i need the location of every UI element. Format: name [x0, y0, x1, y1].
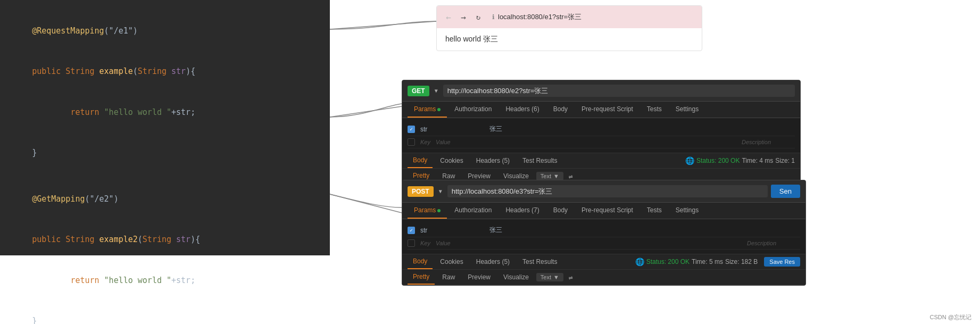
postman-get-body-tabs: Body Cookies Headers (5) Test Results 🌐 …: [402, 153, 800, 169]
code-panel: @RequestMapping("/e1") public String exa…: [0, 0, 330, 255]
postman-post-response-tabs: Pretty Raw Preview Visualize Text ▼ ⇌: [402, 270, 805, 285]
postman-get-url-bar: GET ▼: [402, 80, 800, 102]
svg-line-1: [330, 106, 402, 117]
post-status-text: Status: 200 OK: [646, 258, 690, 265]
back-button[interactable]: ←: [443, 12, 454, 22]
post-tab-headers[interactable]: Headers (7): [499, 203, 545, 219]
get-param-row-empty: Key Value Description: [408, 136, 795, 148]
svg-line-2: [330, 194, 402, 213]
code-line-2: public String example(String str){: [13, 52, 317, 93]
get-size-text: Size: 1: [775, 157, 795, 164]
get-tab-prerequest[interactable]: Pre-request Script: [575, 102, 640, 118]
get-body-tab-cookies[interactable]: Cookies: [435, 154, 468, 168]
code-line-4: }: [13, 133, 317, 174]
post-format-icon2: ⇌: [569, 273, 573, 281]
get-status-text: Status: 200 OK: [696, 157, 740, 164]
post-param-key: str: [420, 227, 484, 234]
get-body-tab-body[interactable]: Body: [408, 153, 433, 168]
get-param-value-placeholder: Value: [436, 139, 736, 145]
get-tab-settings[interactable]: Settings: [669, 102, 705, 118]
code-line-1: @RequestMapping("/e1"): [13, 11, 317, 52]
post-resp-tab-raw[interactable]: Raw: [437, 270, 460, 284]
get-param-key-placeholder: Key: [420, 139, 430, 145]
post-body-tab-cookies[interactable]: Cookies: [435, 255, 468, 269]
post-size-text: Size: 182 B: [725, 258, 758, 265]
post-tab-authorization[interactable]: Authorization: [448, 203, 498, 219]
browser-panel: ← → ↻ ℹ localhost:8080/e1?str=张三 hello w…: [436, 5, 702, 51]
globe-icon: 🌐: [685, 156, 694, 165]
browser-response-text: hello world 张三: [445, 35, 498, 43]
post-resp-tab-pretty[interactable]: Pretty: [408, 270, 435, 285]
forward-button[interactable]: →: [458, 12, 469, 22]
svg-line-0: [330, 21, 436, 29]
post-param-checkbox[interactable]: ✓: [408, 227, 415, 234]
get-tab-authorization[interactable]: Authorization: [448, 102, 498, 118]
post-method-dropdown[interactable]: ▼: [437, 188, 444, 194]
get-param-row-1: ✓ str 张三: [408, 122, 795, 136]
post-send-button[interactable]: Sen: [771, 185, 800, 198]
code-line-5: @GetMapping("/e2"): [13, 179, 317, 220]
get-format-select[interactable]: Text ▼: [536, 172, 563, 180]
get-format-icon2: ⇌: [569, 172, 573, 180]
code-line-3: return "hello world "+str;: [13, 92, 317, 133]
post-param-row-empty: Key Value Description: [408, 237, 800, 250]
watermark: CSDN @忘忧记: [930, 313, 971, 321]
get-time-text: Time: 4 ms: [742, 157, 773, 164]
reload-button[interactable]: ↻: [473, 12, 484, 22]
get-format-text: Text: [541, 173, 551, 179]
post-url-input[interactable]: [447, 185, 768, 197]
postman-post-url-bar: POST ▼ Sen: [402, 180, 805, 203]
code-line-7: return "hello world "+str;: [13, 260, 317, 301]
post-body-tab-body[interactable]: Body: [408, 254, 433, 269]
info-icon: ℹ: [492, 13, 495, 21]
annotation-requestmapping: @RequestMapping: [32, 26, 104, 36]
get-param-empty-checkbox: [408, 138, 415, 146]
get-url-input[interactable]: [443, 85, 795, 97]
get-param-value: 张三: [489, 124, 736, 134]
get-tab-headers[interactable]: Headers (6): [499, 102, 545, 118]
post-body-tab-headers[interactable]: Headers (5): [471, 255, 515, 269]
post-param-row-1: ✓ str 张三: [408, 223, 800, 237]
post-tab-prerequest[interactable]: Pre-request Script: [575, 203, 640, 219]
annotation-getmapping: @GetMapping: [32, 194, 85, 204]
postman-post-body-tabs: Body Cookies Headers (5) Test Results 🌐 …: [402, 254, 805, 270]
post-param-key-placeholder: Key: [420, 240, 430, 246]
post-param-empty-checkbox: [408, 239, 415, 247]
code-line-8: }: [13, 301, 317, 325]
post-tab-tests[interactable]: Tests: [641, 203, 668, 219]
post-format-dropdown: ▼: [553, 274, 559, 280]
get-param-desc-placeholder: Description: [742, 139, 795, 145]
post-param-value-placeholder: Value: [436, 240, 742, 246]
post-method-badge: POST: [408, 186, 434, 197]
get-format-dropdown: ▼: [553, 173, 559, 179]
postman-get-tabs: Params Authorization Headers (6) Body Pr…: [402, 102, 800, 118]
get-tab-tests[interactable]: Tests: [641, 102, 668, 118]
post-tab-body[interactable]: Body: [547, 203, 574, 219]
browser-content: hello world 张三: [437, 28, 702, 51]
get-param-key: str: [420, 126, 484, 133]
post-tab-settings[interactable]: Settings: [669, 203, 705, 219]
post-body-tab-testresults[interactable]: Test Results: [517, 255, 562, 269]
get-body-tab-testresults[interactable]: Test Results: [517, 154, 562, 168]
address-text: localhost:8080/e1?str=张三: [498, 12, 582, 22]
address-bar[interactable]: ℹ localhost:8080/e1?str=张三: [488, 10, 695, 24]
postman-post-tabs: Params Authorization Headers (7) Body Pr…: [402, 203, 805, 219]
post-resp-tab-preview[interactable]: Preview: [462, 270, 496, 284]
get-tab-body[interactable]: Body: [547, 102, 574, 118]
post-tab-params[interactable]: Params: [408, 203, 447, 219]
post-format-text: Text: [541, 274, 551, 280]
post-time-text: Time: 5 ms: [692, 258, 723, 265]
postman-get-params: ✓ str 张三 Key Value Description: [402, 118, 800, 153]
get-tab-params[interactable]: Params: [408, 102, 447, 118]
get-param-checkbox[interactable]: ✓: [408, 126, 415, 133]
post-param-value: 张三: [489, 226, 742, 235]
code-line-6: public String example2(String str){: [13, 220, 317, 261]
get-method-dropdown[interactable]: ▼: [433, 88, 440, 94]
postman-post-params: ✓ str 张三 Key Value Description: [402, 219, 805, 254]
post-globe-icon: 🌐: [635, 257, 644, 266]
post-save-res-button[interactable]: Save Res: [764, 257, 800, 267]
post-format-select[interactable]: Text ▼: [536, 273, 563, 281]
get-body-tab-headers[interactable]: Headers (5): [471, 154, 515, 168]
post-resp-tab-visualize[interactable]: Visualize: [498, 270, 534, 284]
get-method-badge: GET: [408, 86, 429, 96]
